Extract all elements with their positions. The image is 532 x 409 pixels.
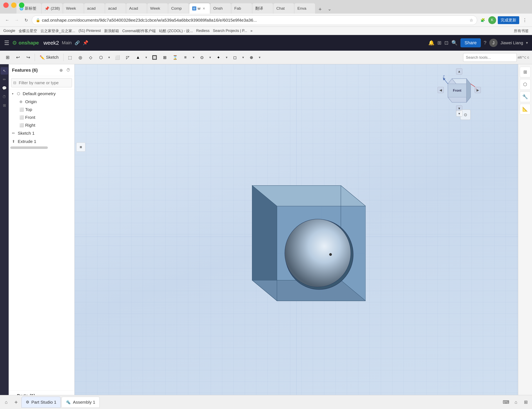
search-tools-input[interactable] [463, 53, 517, 62]
tree-right[interactable]: ⬜ Right [9, 121, 75, 129]
bookmark-pinterest[interactable]: (51) Pinterest [79, 29, 101, 33]
tool-8[interactable]: 🔲 [150, 53, 159, 62]
forward-btn[interactable]: → [13, 16, 21, 24]
link-icon[interactable]: 🔗 [75, 40, 80, 45]
tool-dropdown-15[interactable]: ▾ [257, 53, 262, 62]
tool-dropdown-14[interactable]: ▾ [240, 53, 246, 62]
tool-dropdown-4[interactable]: ▾ [106, 53, 112, 62]
tab-6[interactable]: Acad [126, 3, 147, 14]
address-bar[interactable]: 🔒 cad.onshape.com/documents/9dc7a5040032… [32, 15, 477, 25]
bookmark-google[interactable]: Google [3, 29, 15, 33]
refresh-btn[interactable]: ↻ [22, 16, 30, 24]
tool-11[interactable]: ≡ [181, 53, 190, 62]
tool-15[interactable]: ⊕ [247, 53, 256, 62]
menu-btn[interactable]: ⋮ [521, 16, 529, 24]
tab-close-active[interactable]: ✕ [202, 7, 205, 10]
left-icon-parts[interactable]: ⊞ [1, 102, 8, 109]
tool-dropdown-11[interactable]: ▾ [191, 53, 196, 62]
share-button[interactable]: Share [460, 38, 481, 47]
tree-front[interactable]: ⬜ Front [9, 113, 75, 121]
tool-9[interactable]: ⊞ [160, 53, 170, 62]
tab-4[interactable]: acad [84, 3, 105, 14]
right-icon-1[interactable]: ⊞ [520, 67, 531, 77]
bookmark-search[interactable]: Search Projects | P... [213, 29, 247, 33]
tool-12[interactable]: ⊙ [197, 53, 207, 62]
tab-2[interactable]: 📌 (238) [42, 3, 63, 14]
tree-sketch1[interactable]: ✏ Sketch 1 [9, 129, 75, 137]
hamburger-icon[interactable]: ☰ [4, 40, 9, 46]
features-add-btn[interactable]: ⊕ [58, 67, 64, 73]
user-avatar[interactable]: J [489, 39, 498, 47]
bottom-right-icon-2[interactable]: ⌂ [511, 398, 521, 407]
bottom-tab-part-studio[interactable]: ⚙ Part Studio 1 [21, 397, 61, 408]
tool-5[interactable]: ⬜ [113, 53, 122, 62]
nav-up-arrow[interactable]: ▲ [456, 68, 462, 74]
bookmark-jinyun[interactable]: 金蝶云星空 [19, 28, 37, 33]
nav-right-arrow[interactable]: ▶ [475, 87, 481, 93]
left-icon-sketch[interactable]: ✏ [1, 76, 8, 83]
bottom-right-icon-1[interactable]: ⌨ [502, 398, 511, 407]
bookmark-more[interactable]: » [251, 29, 253, 33]
bottom-tab-assembly[interactable]: 🔩 Assembly 1 [61, 397, 100, 408]
new-tab-btn[interactable]: + [315, 5, 324, 14]
tree-top[interactable]: ⬜ Top [9, 106, 75, 113]
profile-btn[interactable]: K [488, 16, 496, 24]
back-btn[interactable]: ← [3, 16, 11, 24]
tab-11[interactable]: Fab [231, 3, 252, 14]
grid-icon[interactable]: ⊞ [437, 40, 441, 46]
nav-cube[interactable]: Front Z X ▲ ▼ ◀ ▶ [442, 73, 477, 108]
right-icon-3[interactable]: 🔧 [520, 91, 531, 102]
bookmark-redless[interactable]: Redless [196, 29, 209, 33]
tool-3[interactable]: ◇ [86, 53, 95, 62]
sidebar-scrollbar[interactable] [10, 146, 48, 149]
tool-dropdown-7[interactable]: ▾ [143, 53, 149, 62]
left-icon-cursor[interactable]: ↖ [1, 67, 8, 74]
tool-1[interactable]: ⬚ [65, 53, 75, 62]
features-history-btn[interactable]: ⏱ [65, 67, 71, 73]
tools-icon-btn[interactable]: ⊞ [3, 53, 12, 62]
apps-icon[interactable]: ⊡ [444, 40, 448, 46]
tab-3[interactable]: Week [63, 3, 84, 14]
undo-btn[interactable]: ↩ [13, 53, 23, 62]
bookmark-coremail[interactable]: Coremail邮件客户端 [122, 28, 156, 33]
right-icon-2[interactable]: ⬡ [520, 79, 531, 90]
nav-left-arrow[interactable]: ◀ [437, 87, 444, 93]
tab-5[interactable]: acad [105, 3, 126, 14]
all-bookmarks-btn[interactable]: 所有书签 [514, 28, 529, 33]
mini-list-btn[interactable]: ≡ [76, 143, 85, 152]
tab-12[interactable]: 翻译 [252, 3, 273, 14]
tool-2[interactable]: ◎ [76, 53, 85, 62]
tool-6[interactable]: ◸ [123, 53, 132, 62]
tool-10[interactable]: ⌛ [170, 53, 180, 62]
traffic-light-yellow[interactable] [11, 2, 17, 8]
traffic-light-green[interactable] [19, 2, 24, 8]
right-icon-4[interactable]: 📐 [520, 104, 531, 115]
tool-14[interactable]: ◻ [230, 53, 240, 62]
tool-7[interactable]: ▲ [133, 53, 143, 62]
tab-13[interactable]: Chat [273, 3, 294, 14]
bottom-right-icon-3[interactable]: ⊞ [521, 398, 530, 407]
tab-14[interactable]: Enva [294, 3, 315, 14]
search-header-icon[interactable]: 🔍 [451, 40, 457, 46]
tool-dropdown-12[interactable]: ▾ [208, 53, 213, 62]
traffic-light-red[interactable] [3, 2, 9, 8]
update-btn[interactable]: 完成更新 [498, 16, 519, 24]
tool-4[interactable]: ⬡ [96, 53, 105, 62]
add-tab-btn[interactable]: + [11, 398, 21, 407]
tab-more-btn[interactable]: ⌄ [325, 5, 334, 14]
left-icon-comment[interactable]: 💬 [1, 84, 8, 92]
tab-7[interactable]: Week [147, 3, 168, 14]
sketch-btn[interactable]: ✏️ Sketch [37, 53, 62, 62]
tree-extrude1[interactable]: ⬆ Extrude 1 [9, 137, 75, 145]
tool-dropdown-13[interactable]: ▾ [224, 53, 229, 62]
bookmark-yunji[interactable]: 云之家登录_云之家... [40, 28, 75, 33]
tab-active[interactable]: ⚙ w ✕ [189, 3, 210, 14]
extensions-btn[interactable]: 🧩 [479, 16, 487, 24]
tab-10[interactable]: Onsh [210, 3, 231, 14]
home-icon-bottom[interactable]: ⌂ [2, 398, 11, 407]
pin-icon[interactable]: 📌 [83, 40, 88, 45]
tree-origin[interactable]: ⊕ Origin [9, 98, 75, 106]
help-icon[interactable]: ? [484, 40, 486, 46]
bookmark-email[interactable]: 新浪邮箱 [104, 28, 119, 33]
tool-13[interactable]: ✦ [214, 53, 223, 62]
